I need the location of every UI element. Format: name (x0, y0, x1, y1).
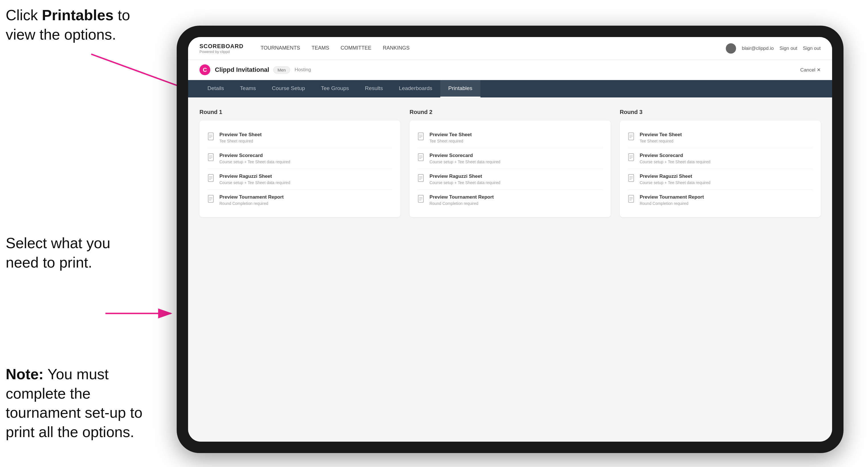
round-2-title: Round 2 (409, 109, 610, 115)
print-title: Preview Scorecard (429, 153, 500, 158)
document-icon (417, 195, 426, 204)
tab-leaderboards[interactable]: Leaderboards (391, 80, 440, 97)
list-item[interactable]: Preview Tournament Report Round Completi… (417, 190, 602, 210)
document-icon (628, 153, 636, 162)
nav-tournaments[interactable]: TOURNAMENTS (260, 43, 300, 54)
print-subtitle: Course setup + Tee Sheet data required (640, 160, 710, 164)
print-title: Preview Raguzzi Sheet (640, 174, 710, 179)
print-subtitle: Course setup + Tee Sheet data required (219, 180, 290, 185)
print-title: Preview Tee Sheet (640, 132, 682, 137)
list-item[interactable]: Preview Tee Sheet Tee Sheet required (417, 127, 602, 148)
brand: SCOREBOARD Powered by clippd (199, 43, 243, 54)
user-email: blair@clippd.io (742, 45, 774, 51)
sign-out-text[interactable]: Sign out (803, 45, 821, 51)
nav-rankings[interactable]: RANKINGS (383, 43, 409, 54)
print-subtitle: Course setup + Tee Sheet data required (429, 180, 500, 185)
list-item[interactable]: Preview Tournament Report Round Completi… (208, 190, 393, 210)
sub-nav: Details Teams Course Setup Tee Groups Re… (188, 80, 832, 97)
print-subtitle: Round Completion required (429, 201, 494, 206)
document-icon (208, 153, 215, 162)
print-subtitle: Tee Sheet required (429, 139, 472, 143)
document-icon (628, 132, 636, 142)
list-item[interactable]: Preview Raguzzi Sheet Course setup + Tee… (417, 169, 602, 190)
cancel-button[interactable]: Cancel ✕ (800, 67, 821, 73)
print-title: Preview Tournament Report (640, 194, 704, 200)
tablet-screen: SCOREBOARD Powered by clippd TOURNAMENTS… (188, 37, 832, 442)
tab-results[interactable]: Results (357, 80, 391, 97)
arrow-middle (100, 299, 180, 328)
tab-tee-groups[interactable]: Tee Groups (313, 80, 357, 97)
list-item[interactable]: Preview Scorecard Course setup + Tee She… (628, 148, 813, 169)
print-subtitle: Course setup + Tee Sheet data required (640, 180, 710, 185)
tournament-logo: C (199, 64, 210, 75)
print-title: Preview Scorecard (640, 153, 710, 158)
nav-links: TOURNAMENTS TEAMS COMMITTEE RANKINGS (260, 43, 726, 54)
list-item[interactable]: Preview Tournament Report Round Completi… (628, 190, 813, 210)
brand-title: SCOREBOARD (199, 43, 243, 50)
tab-course-setup[interactable]: Course Setup (264, 80, 313, 97)
list-item[interactable]: Preview Tee Sheet Tee Sheet required (208, 127, 393, 148)
print-subtitle: Round Completion required (219, 201, 283, 206)
print-subtitle: Tee Sheet required (219, 139, 261, 143)
print-subtitle: Course setup + Tee Sheet data required (429, 160, 500, 164)
list-item[interactable]: Preview Tee Sheet Tee Sheet required (628, 127, 813, 148)
tournament-badge: Men (273, 66, 290, 73)
nav-teams[interactable]: TEAMS (311, 43, 329, 54)
document-icon (417, 132, 426, 142)
top-nav: SCOREBOARD Powered by clippd TOURNAMENTS… (188, 37, 832, 60)
list-item[interactable]: Preview Scorecard Course setup + Tee She… (208, 148, 393, 169)
list-item[interactable]: Preview Raguzzi Sheet Course setup + Tee… (208, 169, 393, 190)
print-title: Preview Tournament Report (429, 194, 494, 200)
print-subtitle: Round Completion required (640, 201, 704, 206)
tournament-status: Hosting (294, 67, 311, 73)
rounds-grid: Round 1 Preview Tee Sheet (199, 109, 821, 217)
tablet-frame: SCOREBOARD Powered by clippd TOURNAMENTS… (177, 26, 843, 453)
document-icon (417, 153, 426, 162)
print-subtitle: Course setup + Tee Sheet data required (219, 160, 290, 164)
nav-committee[interactable]: COMMITTEE (341, 43, 371, 54)
tournament-name: Clippd Invitational (215, 66, 269, 73)
annotation-top: Click Printables to view the options. (6, 6, 148, 44)
main-content: Round 1 Preview Tee Sheet (188, 97, 832, 442)
user-avatar (726, 43, 736, 54)
nav-right: blair@clippd.io Sign out Sign out (726, 43, 821, 54)
print-title: Preview Tee Sheet (429, 132, 472, 137)
round-1-card: Preview Tee Sheet Tee Sheet required (199, 121, 400, 217)
round-3-title: Round 3 (620, 109, 821, 115)
round-2-card: Preview Tee Sheet Tee Sheet required (409, 121, 610, 217)
document-icon (208, 132, 215, 142)
print-title: Preview Scorecard (219, 153, 290, 158)
brand-sub: Powered by clippd (199, 50, 243, 54)
round-3-column: Round 3 Preview Tee Sheet (620, 109, 821, 217)
tournament-header: C Clippd Invitational Men Hosting Cancel… (188, 60, 832, 80)
document-icon (628, 195, 636, 204)
print-title: Preview Tee Sheet (219, 132, 261, 137)
print-title: Preview Tournament Report (219, 194, 283, 200)
document-icon (417, 174, 426, 183)
annotation-middle: Select what you need to print. (6, 234, 143, 272)
round-3-card: Preview Tee Sheet Tee Sheet required (620, 121, 821, 217)
tab-printables[interactable]: Printables (440, 80, 480, 97)
app-container: SCOREBOARD Powered by clippd TOURNAMENTS… (188, 37, 832, 442)
list-item[interactable]: Preview Scorecard Course setup + Tee She… (417, 148, 602, 169)
tab-teams[interactable]: Teams (232, 80, 264, 97)
document-icon (208, 195, 215, 204)
annotation-bottom: Note: You must complete the tournament s… (6, 365, 143, 442)
tab-details[interactable]: Details (199, 80, 232, 97)
round-1-title: Round 1 (199, 109, 400, 115)
print-subtitle: Tee Sheet required (640, 139, 682, 143)
sign-out-link[interactable]: Sign out (779, 45, 797, 51)
round-1-column: Round 1 Preview Tee Sheet (199, 109, 400, 217)
print-title: Preview Raguzzi Sheet (219, 174, 290, 179)
document-icon (208, 174, 215, 183)
list-item[interactable]: Preview Raguzzi Sheet Course setup + Tee… (628, 169, 813, 190)
round-2-column: Round 2 Preview Tee Sheet (409, 109, 610, 217)
document-icon (628, 174, 636, 183)
print-title: Preview Raguzzi Sheet (429, 174, 500, 179)
